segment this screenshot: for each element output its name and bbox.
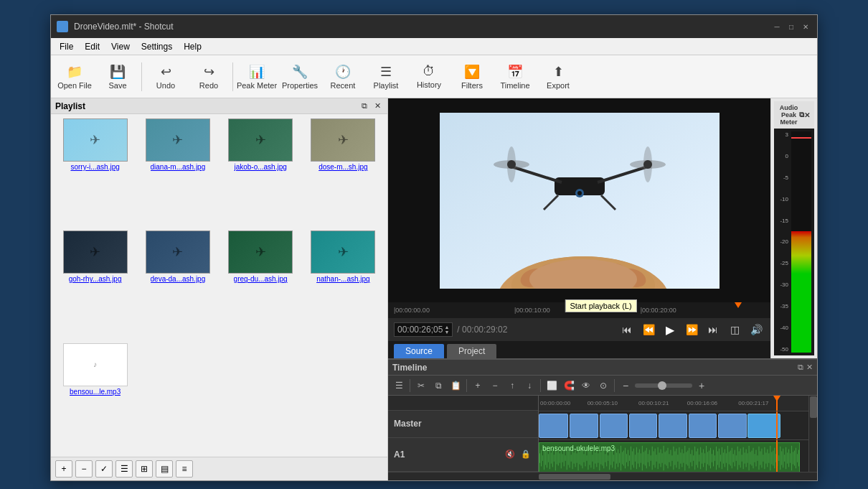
timeline-overwrite-button[interactable]: ↓ [522,378,537,393]
mute-button[interactable]: 🔇 [504,448,516,461]
time-spin-down[interactable]: ▼ [444,330,449,335]
menu-settings[interactable]: Settings [136,40,178,53]
playlist-add-button[interactable]: + [55,460,72,478]
svg-rect-87 [633,449,634,468]
timeline-ripple-all-button[interactable]: ⊙ [595,378,611,393]
timeline-remove-track-button[interactable]: − [487,378,503,393]
playlist-grid-button[interactable]: ⊞ [136,460,153,478]
timeline-snap-button[interactable]: 🧲 [561,378,577,393]
prev-frame-button[interactable]: ⏪ [640,321,657,338]
list-item[interactable]: ✈ sorry-i...ash.jpg [55,118,135,228]
timeline-scrub-button[interactable]: 👁 [578,378,594,393]
timeline-lift-button[interactable]: ↑ [504,378,520,393]
svg-rect-83 [628,450,628,467]
svg-rect-177 [761,449,762,468]
open-file-button[interactable]: 📁 Open File [54,57,95,96]
svg-rect-22 [541,450,542,467]
play-button[interactable]: ▶ [661,321,679,338]
volume-button[interactable]: 🔊 [747,321,765,338]
list-item[interactable]: ✈ dose-m...sh.jpg [303,118,383,228]
svg-rect-127 [690,454,691,462]
playhead-marker [735,302,742,308]
video-clip-3[interactable] [600,414,628,438]
video-clip-6[interactable] [689,414,717,438]
list-item[interactable]: ✈ goh-rhy...ash.jpg [55,230,135,340]
timeline-add-track-button[interactable]: + [470,378,486,393]
video-clip-7[interactable] [718,414,746,438]
timeline-paste-button[interactable]: 📋 [448,378,463,393]
zoom-out-button[interactable]: − [618,378,633,393]
close-button[interactable]: ✕ [800,21,811,32]
zoom-slider-thumb[interactable] [658,381,666,390]
list-item[interactable]: ✈ nathan-...ash.jpg [303,230,383,340]
list-item[interactable]: ✈ jakob-o...ash.jpg [221,118,301,228]
list-item[interactable]: ✈ deva-da...ash.jpg [138,230,217,340]
svg-rect-191 [781,451,782,465]
playlist-close-button[interactable]: ✕ [372,101,383,111]
playlist-more-button[interactable]: ≡ [176,460,193,478]
filters-button[interactable]: 🔽 Filters [451,57,493,96]
list-item[interactable]: ✈ diana-m...ash.jpg [138,118,217,228]
next-frame-button[interactable]: ⏩ [683,321,700,338]
in-out-button[interactable]: ◫ [726,321,743,338]
time-spinner[interactable]: ▲ ▼ [444,325,449,335]
menu-file[interactable]: File [54,40,79,53]
save-button[interactable]: 💾 Save [97,57,138,96]
video-clip-2[interactable] [570,414,598,438]
svg-rect-54 [586,455,587,461]
timeline-close-button[interactable]: ✕ [806,363,813,372]
maximize-button[interactable]: □ [786,21,797,32]
hscroll-thumb[interactable] [539,474,610,480]
svg-rect-163 [742,455,742,462]
playlist-remove-button[interactable]: − [75,460,93,478]
skip-start-button[interactable]: ⏮ [618,321,636,338]
undo-button[interactable]: ↩ Undo [145,57,187,96]
playlist-details-button[interactable]: ▤ [156,460,173,478]
vscroll-thumb[interactable] [810,396,817,418]
timeline-button[interactable]: 📅 Timeline [494,57,536,96]
menu-view[interactable]: View [105,40,136,53]
menu-edit[interactable]: Edit [79,40,105,53]
timeline-hscrollbar[interactable] [388,472,817,480]
svg-rect-131 [696,451,697,465]
playlist-list-button[interactable]: ☰ [115,460,133,478]
playlist-button[interactable]: ☰ Playlist [365,57,407,96]
timeline-razor-button[interactable]: ✂ [413,378,429,393]
source-tab[interactable]: Source [394,344,444,358]
ruler-tick-0: 00:00:00:00 [540,400,570,406]
playlist-float-button[interactable]: ⧉ [359,101,369,111]
audio-meter-float[interactable]: ⧉ [799,111,804,119]
zoom-slider[interactable] [635,383,692,388]
svg-rect-135 [702,452,702,463]
properties-button[interactable]: 🔧 Properties [279,57,321,96]
list-item[interactable]: ♪ bensou...le.mp3 [55,343,135,452]
video-clip-1[interactable] [539,414,568,438]
time-spin-up[interactable]: ▲ [444,325,449,330]
history-button[interactable]: ⏱ History [408,57,450,96]
timeline-copy-button[interactable]: ⧉ [430,378,446,393]
timeline-ripple-button[interactable]: ⬜ [544,378,560,393]
peak-meter-button[interactable]: 📊 Peak Meter [236,57,278,96]
timecode-display[interactable]: 00:00:26;05 ▲ ▼ [394,322,453,337]
timeline-menu-button[interactable]: ☰ [391,378,407,393]
redo-button[interactable]: ↪ Redo [188,57,230,96]
timeline-vscrollbar[interactable] [808,396,817,472]
recent-button[interactable]: 🕐 Recent [322,57,364,96]
skip-end-button[interactable]: ⏭ [704,321,722,338]
video-clip-5[interactable] [659,414,687,438]
lock-button[interactable]: 🔒 [519,448,532,461]
video-clip-8-selected[interactable] [747,414,780,438]
zoom-in-button[interactable]: + [694,378,709,393]
playlist-check-button[interactable]: ✓ [95,460,113,478]
svg-rect-29 [551,452,552,463]
export-button[interactable]: ⬆ Export [537,57,579,96]
list-item[interactable]: ✈ greg-du...ash.jpg [221,230,301,340]
menu-help[interactable]: Help [178,40,207,53]
video-clip-4[interactable] [629,414,657,438]
audio-clip[interactable]: bensound-ukulele.mp3 [539,442,800,472]
audio-meter-close[interactable]: ✕ [804,111,810,119]
svg-point-19 [507,160,516,169]
timeline-float-button[interactable]: ⧉ [798,363,803,372]
project-tab[interactable]: Project [447,344,496,358]
minimize-button[interactable]: ─ [771,21,783,32]
